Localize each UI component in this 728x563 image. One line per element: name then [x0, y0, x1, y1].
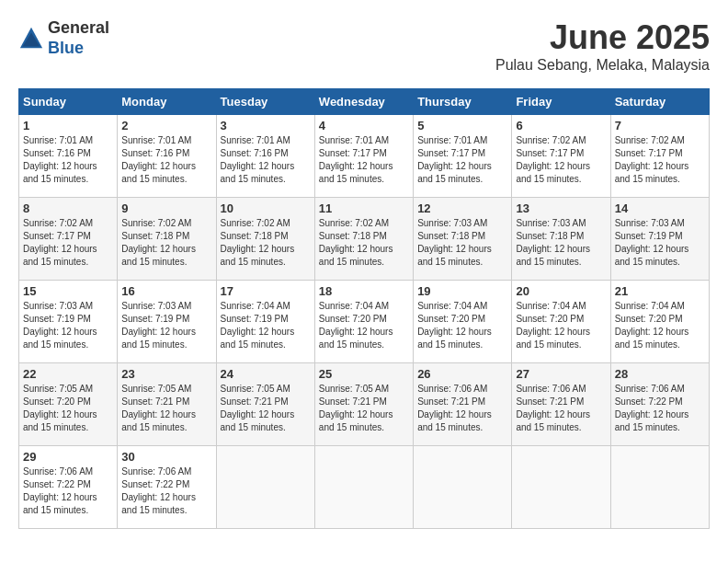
day-number: 5 [417, 119, 507, 132]
weekday-header-monday: Monday [118, 89, 216, 115]
day-number: 12 [417, 201, 507, 215]
day-number: 16 [121, 284, 211, 298]
calendar-cell: 18 Sunrise: 7:04 AM Sunset: 7:20 PM Dayl… [314, 281, 413, 363]
weekday-header-friday: Friday [512, 89, 610, 115]
calendar-cell [610, 446, 709, 529]
calendar-cell: 30 Sunrise: 7:06 AM Sunset: 7:22 PM Dayl… [118, 446, 216, 529]
day-info: Sunrise: 7:04 AM Sunset: 7:20 PM Dayligh… [417, 300, 507, 351]
day-number: 24 [221, 367, 311, 381]
calendar-cell: 20 Sunrise: 7:04 AM Sunset: 7:20 PM Dayl… [512, 281, 610, 363]
day-number: 9 [121, 201, 211, 215]
day-info: Sunrise: 7:02 AM Sunset: 7:17 PM Dayligh… [23, 217, 113, 269]
calendar-cell: 24 Sunrise: 7:05 AM Sunset: 7:21 PM Dayl… [216, 363, 314, 446]
calendar-cell: 10 Sunrise: 7:02 AM Sunset: 7:18 PM Dayl… [216, 198, 314, 281]
day-number: 14 [615, 201, 705, 215]
calendar-cell [314, 446, 413, 529]
calendar-cell: 12 Sunrise: 7:03 AM Sunset: 7:18 PM Dayl… [414, 198, 512, 281]
calendar-week-4: 22 Sunrise: 7:05 AM Sunset: 7:20 PM Dayl… [19, 363, 710, 446]
calendar-cell: 1 Sunrise: 7:01 AM Sunset: 7:16 PM Dayli… [19, 115, 118, 198]
calendar-cell: 17 Sunrise: 7:04 AM Sunset: 7:19 PM Dayl… [216, 281, 314, 363]
day-number: 1 [23, 119, 113, 132]
day-info: Sunrise: 7:06 AM Sunset: 7:21 PM Dayligh… [516, 383, 606, 434]
day-number: 27 [516, 367, 606, 381]
day-info: Sunrise: 7:03 AM Sunset: 7:19 PM Dayligh… [615, 217, 705, 269]
day-info: Sunrise: 7:01 AM Sunset: 7:16 PM Dayligh… [221, 134, 311, 186]
day-number: 29 [23, 450, 113, 464]
logo: General Blue [18, 18, 109, 58]
day-info: Sunrise: 7:04 AM Sunset: 7:19 PM Dayligh… [221, 300, 311, 351]
day-number: 8 [23, 201, 113, 215]
day-info: Sunrise: 7:03 AM Sunset: 7:19 PM Dayligh… [121, 300, 211, 351]
day-info: Sunrise: 7:02 AM Sunset: 7:18 PM Dayligh… [121, 217, 211, 269]
day-info: Sunrise: 7:01 AM Sunset: 7:16 PM Dayligh… [23, 134, 113, 186]
calendar-cell: 27 Sunrise: 7:06 AM Sunset: 7:21 PM Dayl… [512, 363, 610, 446]
day-number: 13 [516, 201, 606, 215]
calendar-cell [414, 446, 512, 529]
weekday-header-tuesday: Tuesday [216, 89, 314, 115]
calendar-cell: 11 Sunrise: 7:02 AM Sunset: 7:18 PM Dayl… [314, 198, 413, 281]
logo-blue: Blue [48, 39, 84, 57]
logo-general: General [48, 18, 109, 37]
weekday-header-sunday: Sunday [19, 89, 118, 115]
day-number: 25 [319, 367, 409, 381]
calendar-cell: 13 Sunrise: 7:03 AM Sunset: 7:18 PM Dayl… [512, 198, 610, 281]
weekday-header-thursday: Thursday [414, 89, 512, 115]
day-number: 2 [121, 119, 211, 132]
day-number: 23 [121, 367, 211, 381]
day-info: Sunrise: 7:06 AM Sunset: 7:21 PM Dayligh… [417, 383, 507, 434]
calendar-cell: 21 Sunrise: 7:04 AM Sunset: 7:20 PM Dayl… [610, 281, 709, 363]
day-info: Sunrise: 7:05 AM Sunset: 7:21 PM Dayligh… [221, 383, 311, 434]
day-info: Sunrise: 7:02 AM Sunset: 7:17 PM Dayligh… [516, 134, 606, 186]
logo-text: General Blue [48, 18, 109, 58]
calendar-week-1: 1 Sunrise: 7:01 AM Sunset: 7:16 PM Dayli… [19, 115, 710, 198]
calendar-cell: 25 Sunrise: 7:05 AM Sunset: 7:21 PM Dayl… [314, 363, 413, 446]
day-info: Sunrise: 7:01 AM Sunset: 7:17 PM Dayligh… [417, 134, 507, 186]
calendar-cell: 29 Sunrise: 7:06 AM Sunset: 7:22 PM Dayl… [19, 446, 118, 529]
weekday-header-wednesday: Wednesday [314, 89, 413, 115]
calendar-title: June 2025 [495, 18, 710, 57]
calendar-cell: 15 Sunrise: 7:03 AM Sunset: 7:19 PM Dayl… [19, 281, 118, 363]
day-number: 4 [319, 119, 409, 132]
calendar-cell: 2 Sunrise: 7:01 AM Sunset: 7:16 PM Dayli… [118, 115, 216, 198]
calendar-cell: 4 Sunrise: 7:01 AM Sunset: 7:17 PM Dayli… [314, 115, 413, 198]
calendar-cell [512, 446, 610, 529]
day-number: 17 [221, 284, 311, 298]
calendar-cell: 22 Sunrise: 7:05 AM Sunset: 7:20 PM Dayl… [19, 363, 118, 446]
day-number: 10 [221, 201, 311, 215]
logo-icon [18, 26, 44, 52]
calendar-header-row: SundayMondayTuesdayWednesdayThursdayFrid… [19, 89, 710, 115]
weekday-header-saturday: Saturday [610, 89, 709, 115]
day-number: 3 [221, 119, 311, 132]
calendar-cell: 26 Sunrise: 7:06 AM Sunset: 7:21 PM Dayl… [414, 363, 512, 446]
calendar-cell: 8 Sunrise: 7:02 AM Sunset: 7:17 PM Dayli… [19, 198, 118, 281]
calendar-cell: 9 Sunrise: 7:02 AM Sunset: 7:18 PM Dayli… [118, 198, 216, 281]
day-number: 30 [121, 450, 211, 464]
day-number: 28 [615, 367, 705, 381]
day-info: Sunrise: 7:03 AM Sunset: 7:18 PM Dayligh… [417, 217, 507, 269]
calendar-cell: 19 Sunrise: 7:04 AM Sunset: 7:20 PM Dayl… [414, 281, 512, 363]
page-header: General Blue June 2025 Pulau Sebang, Mel… [18, 18, 710, 74]
calendar-week-5: 29 Sunrise: 7:06 AM Sunset: 7:22 PM Dayl… [19, 446, 710, 529]
calendar-table: SundayMondayTuesdayWednesdayThursdayFrid… [18, 88, 710, 529]
day-number: 6 [516, 119, 606, 132]
day-number: 15 [23, 284, 113, 298]
title-block: June 2025 Pulau Sebang, Melaka, Malaysia [495, 18, 710, 74]
day-info: Sunrise: 7:02 AM Sunset: 7:18 PM Dayligh… [319, 217, 409, 269]
day-info: Sunrise: 7:01 AM Sunset: 7:16 PM Dayligh… [121, 134, 211, 186]
day-number: 18 [319, 284, 409, 298]
calendar-week-3: 15 Sunrise: 7:03 AM Sunset: 7:19 PM Dayl… [19, 281, 710, 363]
calendar-cell: 3 Sunrise: 7:01 AM Sunset: 7:16 PM Dayli… [216, 115, 314, 198]
calendar-cell: 6 Sunrise: 7:02 AM Sunset: 7:17 PM Dayli… [512, 115, 610, 198]
day-info: Sunrise: 7:04 AM Sunset: 7:20 PM Dayligh… [516, 300, 606, 351]
calendar-cell: 14 Sunrise: 7:03 AM Sunset: 7:19 PM Dayl… [610, 198, 709, 281]
day-number: 22 [23, 367, 113, 381]
calendar-cell: 23 Sunrise: 7:05 AM Sunset: 7:21 PM Dayl… [118, 363, 216, 446]
day-info: Sunrise: 7:04 AM Sunset: 7:20 PM Dayligh… [615, 300, 705, 351]
day-info: Sunrise: 7:03 AM Sunset: 7:19 PM Dayligh… [23, 300, 113, 351]
day-number: 20 [516, 284, 606, 298]
calendar-cell: 7 Sunrise: 7:02 AM Sunset: 7:17 PM Dayli… [610, 115, 709, 198]
day-info: Sunrise: 7:06 AM Sunset: 7:22 PM Dayligh… [23, 465, 113, 517]
day-number: 7 [615, 119, 705, 132]
day-info: Sunrise: 7:02 AM Sunset: 7:17 PM Dayligh… [615, 134, 705, 186]
day-info: Sunrise: 7:05 AM Sunset: 7:20 PM Dayligh… [23, 383, 113, 434]
